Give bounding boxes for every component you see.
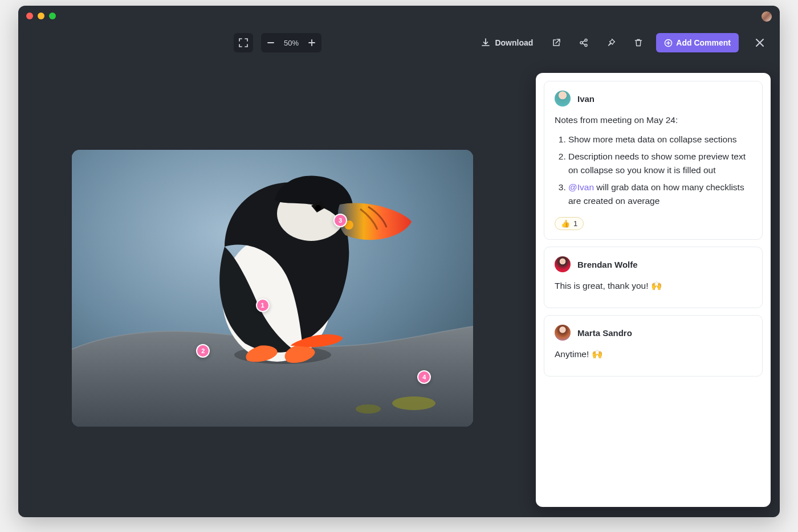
maximize-window-button[interactable]: [49, 13, 56, 19]
comment-list-item: Description needs to show some preview t…: [568, 150, 752, 177]
external-link-icon: [552, 38, 561, 47]
svg-point-1: [580, 42, 583, 44]
plus-icon: [308, 39, 316, 47]
zoom-out-button[interactable]: [262, 34, 279, 51]
reaction-count: 1: [573, 219, 577, 228]
fullscreen-button[interactable]: [234, 33, 253, 52]
svg-point-0: [585, 39, 587, 42]
window-controls: [26, 13, 56, 19]
download-label: Download: [495, 38, 533, 47]
comment-body: Notes from meeting on May 24:Show more m…: [555, 113, 752, 208]
comment-list: Show more meta data on collapse sections…: [555, 133, 752, 208]
svg-point-2: [585, 44, 587, 47]
image-preview[interactable]: 1234: [72, 150, 473, 427]
comment-text: This is great, thank you! 🙌: [555, 279, 752, 293]
minus-icon: [267, 39, 275, 47]
comment-author-name: Brendan Wolfe: [577, 260, 638, 269]
zoom-in-button[interactable]: [303, 34, 320, 51]
svg-point-5: [392, 396, 435, 410]
comment-list-item: @Ivan will grab data on how many checkli…: [568, 181, 752, 208]
comment-header: Brendan Wolfe: [555, 256, 752, 272]
svg-point-6: [356, 404, 381, 414]
trash-icon: [634, 38, 643, 47]
comment-author-name: Ivan: [577, 94, 595, 104]
comment-author-name: Marta Sandro: [577, 328, 632, 338]
annotation-pin-1[interactable]: 1: [256, 298, 270, 312]
download-icon: [481, 38, 490, 47]
close-icon: [755, 38, 765, 48]
comment-plus-icon: [664, 39, 673, 47]
annotation-pin-3[interactable]: 3: [333, 214, 347, 227]
comment-author-avatar[interactable]: [555, 91, 571, 107]
comment-author-avatar[interactable]: [555, 325, 571, 341]
comment-text: Anytime! 🙌: [555, 347, 752, 361]
delete-button[interactable]: [629, 33, 648, 52]
zoom-controls: 50%: [261, 33, 321, 52]
open-external-button[interactable]: [547, 33, 566, 52]
comment-card: Marta SandroAnytime! 🙌: [544, 315, 763, 377]
reaction-emoji: 👍: [561, 219, 570, 228]
comment-card: IvanNotes from meeting on May 24:Show mo…: [544, 81, 763, 240]
minimize-window-button[interactable]: [38, 13, 44, 19]
comment-body: This is great, thank you! 🙌: [555, 279, 752, 293]
add-comment-button[interactable]: Add Comment: [656, 33, 739, 52]
viewer-toolbar: 50% Download: [18, 26, 780, 59]
puffin-image: [72, 150, 473, 427]
close-viewer-button[interactable]: [750, 33, 769, 52]
viewer-body: 1234 IvanNotes from meeting on May 24:Sh…: [18, 59, 780, 517]
window-titlebar: [18, 6, 780, 26]
add-comment-label: Add Comment: [676, 38, 731, 47]
zoom-level-label: 50%: [279, 39, 303, 47]
annotation-pin-4[interactable]: 4: [417, 370, 431, 384]
share-icon: [579, 38, 588, 47]
reaction-chip[interactable]: 👍1: [555, 217, 584, 230]
expand-icon: [239, 38, 248, 47]
close-window-button[interactable]: [26, 13, 33, 19]
comment-intro: Notes from meeting on May 24:: [555, 113, 752, 127]
svg-point-10: [315, 205, 321, 211]
image-stage: 1234: [18, 59, 526, 517]
comment-author-avatar[interactable]: [555, 256, 571, 272]
pin-icon: [606, 38, 616, 47]
app-window: 50% Download: [18, 6, 780, 517]
comment-header: Marta Sandro: [555, 325, 752, 341]
annotation-pin-2[interactable]: 2: [196, 344, 210, 358]
download-button[interactable]: Download: [475, 33, 539, 52]
comments-panel: IvanNotes from meeting on May 24:Show mo…: [536, 73, 771, 507]
comment-body: Anytime! 🙌: [555, 347, 752, 361]
mention[interactable]: @Ivan: [568, 182, 594, 192]
user-avatar[interactable]: [762, 11, 772, 22]
comment-card: Brendan WolfeThis is great, thank you! 🙌: [544, 247, 763, 308]
comment-header: Ivan: [555, 91, 752, 107]
pin-button[interactable]: [601, 33, 621, 52]
share-button[interactable]: [574, 33, 593, 52]
comment-list-item: Show more meta data on collapse sections: [568, 133, 752, 146]
